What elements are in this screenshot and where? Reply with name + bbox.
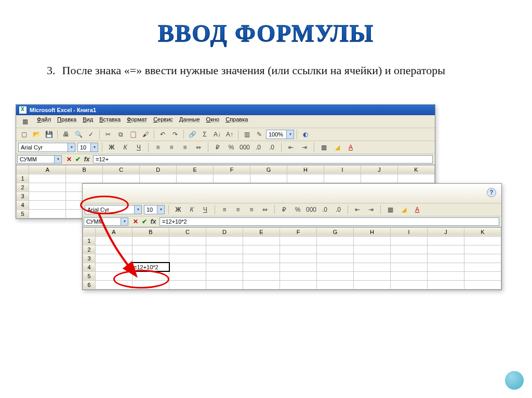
- save-icon[interactable]: 💾: [43, 129, 55, 140]
- col-header[interactable]: F: [214, 165, 250, 174]
- copy-icon[interactable]: ⧉: [115, 129, 126, 140]
- fontsize-combo[interactable]: 10▾: [144, 205, 165, 214]
- fx-icon[interactable]: fx: [149, 218, 157, 225]
- col-header[interactable]: G: [317, 227, 354, 236]
- col-header[interactable]: K: [398, 165, 435, 174]
- comma-icon[interactable]: 000: [305, 204, 317, 215]
- menu-format[interactable]: Формат: [127, 116, 147, 127]
- enter-icon[interactable]: ✔: [140, 218, 149, 225]
- align-right-icon[interactable]: ≡: [179, 142, 191, 153]
- help-icon[interactable]: ?: [487, 188, 496, 197]
- col-header[interactable]: D: [140, 165, 177, 174]
- row-header[interactable]: 1: [83, 236, 96, 245]
- drawing-icon[interactable]: ✎: [254, 129, 265, 140]
- row-header[interactable]: 4: [83, 263, 96, 271]
- row-header[interactable]: 6: [83, 280, 96, 289]
- redo-icon[interactable]: ↷: [169, 129, 181, 140]
- row-header[interactable]: 3: [83, 254, 96, 263]
- name-box[interactable]: СУММ▾: [84, 217, 128, 226]
- row-header[interactable]: 2: [17, 183, 29, 191]
- enter-icon[interactable]: ✔: [74, 156, 82, 163]
- italic-button[interactable]: К: [119, 142, 131, 153]
- open-icon[interactable]: 📂: [31, 129, 42, 140]
- col-header[interactable]: F: [280, 227, 317, 236]
- menu-file[interactable]: Файл: [37, 116, 51, 127]
- select-all[interactable]: [83, 227, 96, 236]
- spreadsheet-grid[interactable]: A B C D E F G H I J K 1 2 3 4 =12+10*2: [83, 227, 501, 290]
- name-box[interactable]: СУММ▾: [17, 155, 62, 163]
- col-header[interactable]: E: [177, 165, 214, 174]
- fontsize-combo[interactable]: 10▾: [77, 143, 98, 152]
- font-color-icon[interactable]: A: [345, 142, 356, 153]
- currency-icon[interactable]: ₽: [278, 204, 290, 215]
- col-header[interactable]: H: [287, 165, 324, 174]
- row-header[interactable]: 5: [83, 271, 96, 280]
- merge-icon[interactable]: ⇔: [193, 142, 204, 153]
- borders-icon[interactable]: ▦: [318, 142, 329, 153]
- fx-icon[interactable]: fx: [83, 156, 91, 163]
- fill-color-icon[interactable]: ◢: [331, 142, 343, 153]
- format-painter-icon[interactable]: 🖌: [140, 129, 151, 140]
- row-header[interactable]: 3: [17, 191, 29, 200]
- col-header[interactable]: G: [250, 165, 287, 174]
- row-header[interactable]: 1: [17, 174, 29, 183]
- dec-decimal-icon[interactable]: .0: [266, 142, 277, 153]
- col-header[interactable]: C: [169, 227, 206, 236]
- sort-asc-icon[interactable]: A↓: [211, 129, 223, 140]
- borders-icon[interactable]: ▦: [384, 204, 396, 215]
- menu-tools[interactable]: Сервис: [153, 116, 173, 127]
- col-header[interactable]: C: [103, 165, 140, 174]
- inc-decimal-icon[interactable]: .0: [252, 142, 264, 153]
- print-icon[interactable]: 🖶: [60, 129, 72, 140]
- font-combo[interactable]: Arial Cyr▾: [18, 143, 75, 152]
- align-center-icon[interactable]: ≡: [166, 142, 177, 153]
- row-header[interactable]: 5: [17, 209, 29, 218]
- menu-window[interactable]: Окно: [206, 116, 220, 127]
- italic-button[interactable]: К: [186, 204, 197, 215]
- cancel-icon[interactable]: ✕: [131, 218, 140, 225]
- menu-edit[interactable]: Правка: [57, 116, 76, 127]
- row-header[interactable]: 4: [17, 200, 29, 209]
- col-header[interactable]: E: [243, 227, 280, 236]
- undo-icon[interactable]: ↶: [157, 129, 168, 140]
- zoom-combo[interactable]: 100%▾: [266, 130, 294, 139]
- bold-button[interactable]: Ж: [172, 204, 184, 215]
- align-center-icon[interactable]: ≡: [232, 204, 244, 215]
- comma-icon[interactable]: 000: [239, 142, 250, 153]
- spell-icon[interactable]: ✓: [85, 129, 97, 140]
- col-header[interactable]: A: [29, 165, 66, 174]
- row-header[interactable]: 2: [83, 245, 96, 254]
- menu-help[interactable]: Справка: [225, 116, 248, 127]
- col-header[interactable]: H: [354, 227, 391, 236]
- inc-decimal-icon[interactable]: .0: [319, 204, 330, 215]
- font-combo[interactable]: Arial Cyr▾: [85, 205, 142, 214]
- preview-icon[interactable]: 🔍: [73, 129, 84, 140]
- fill-color-icon[interactable]: ◢: [398, 204, 409, 215]
- col-header[interactable]: B: [132, 227, 169, 236]
- align-left-icon[interactable]: ≡: [219, 204, 230, 215]
- menu-view[interactable]: Вид: [83, 116, 93, 127]
- underline-button[interactable]: Ч: [200, 204, 211, 215]
- dec-decimal-icon[interactable]: .0: [332, 204, 344, 215]
- dec-indent-icon[interactable]: ⇤: [285, 142, 297, 153]
- col-header[interactable]: K: [464, 227, 501, 236]
- inc-indent-icon[interactable]: ⇥: [299, 142, 310, 153]
- formula-input[interactable]: =12+10*2: [159, 217, 499, 226]
- currency-icon[interactable]: ₽: [212, 142, 223, 153]
- font-color-icon[interactable]: A: [411, 204, 423, 215]
- chart-icon[interactable]: ▥: [241, 129, 252, 140]
- formula-input[interactable]: =12+: [93, 155, 433, 163]
- dec-indent-icon[interactable]: ⇤: [352, 204, 363, 215]
- col-header[interactable]: I: [324, 165, 361, 174]
- help-icon[interactable]: ◐: [300, 129, 311, 140]
- merge-icon[interactable]: ⇔: [259, 204, 271, 215]
- sum-icon[interactable]: Σ: [199, 129, 210, 140]
- bold-button[interactable]: Ж: [106, 142, 117, 153]
- col-header[interactable]: J: [361, 165, 398, 174]
- menu-insert[interactable]: Вставка: [99, 116, 121, 127]
- align-right-icon[interactable]: ≡: [246, 204, 257, 215]
- underline-button[interactable]: Ч: [133, 142, 144, 153]
- sort-desc-icon[interactable]: A↑: [224, 129, 235, 140]
- paste-icon[interactable]: 📋: [127, 129, 139, 140]
- cancel-icon[interactable]: ✕: [65, 156, 73, 163]
